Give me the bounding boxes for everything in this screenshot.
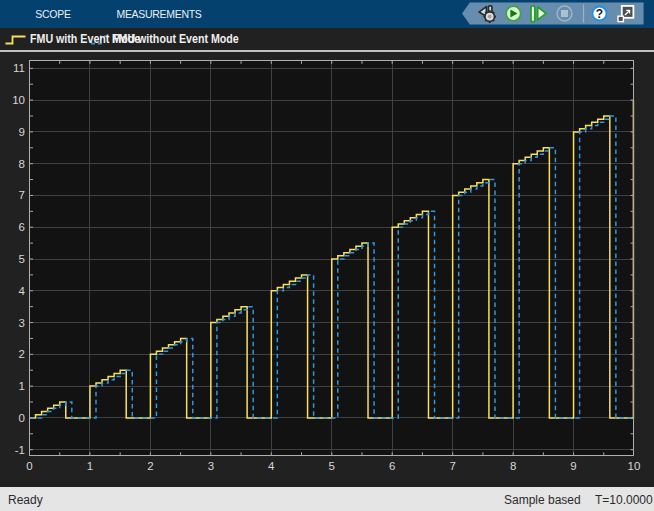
svg-text:7: 7 — [19, 189, 25, 201]
svg-text:10: 10 — [628, 460, 641, 472]
svg-text:6: 6 — [19, 221, 25, 233]
svg-text:8: 8 — [19, 158, 25, 170]
svg-text:11: 11 — [13, 62, 25, 74]
svg-text:0: 0 — [26, 460, 32, 472]
svg-text:-1: -1 — [15, 444, 25, 456]
svg-text:9: 9 — [570, 460, 576, 472]
svg-text:4: 4 — [268, 460, 275, 472]
svg-text:0: 0 — [19, 412, 25, 424]
svg-text:5: 5 — [19, 253, 25, 265]
svg-text:1: 1 — [19, 380, 25, 392]
svg-text:10: 10 — [12, 94, 25, 106]
svg-text:6: 6 — [389, 460, 395, 472]
svg-text:5: 5 — [329, 460, 335, 472]
svg-text:3: 3 — [208, 460, 214, 472]
svg-text:8: 8 — [510, 460, 516, 472]
svg-text:3: 3 — [19, 317, 25, 329]
svg-text:1: 1 — [87, 460, 93, 472]
svg-text:2: 2 — [147, 460, 153, 472]
svg-text:4: 4 — [19, 285, 26, 297]
svg-text:2: 2 — [19, 348, 25, 360]
svg-text:9: 9 — [19, 126, 25, 138]
svg-text:7: 7 — [449, 460, 455, 472]
svg-text:?: ? — [596, 7, 603, 21]
